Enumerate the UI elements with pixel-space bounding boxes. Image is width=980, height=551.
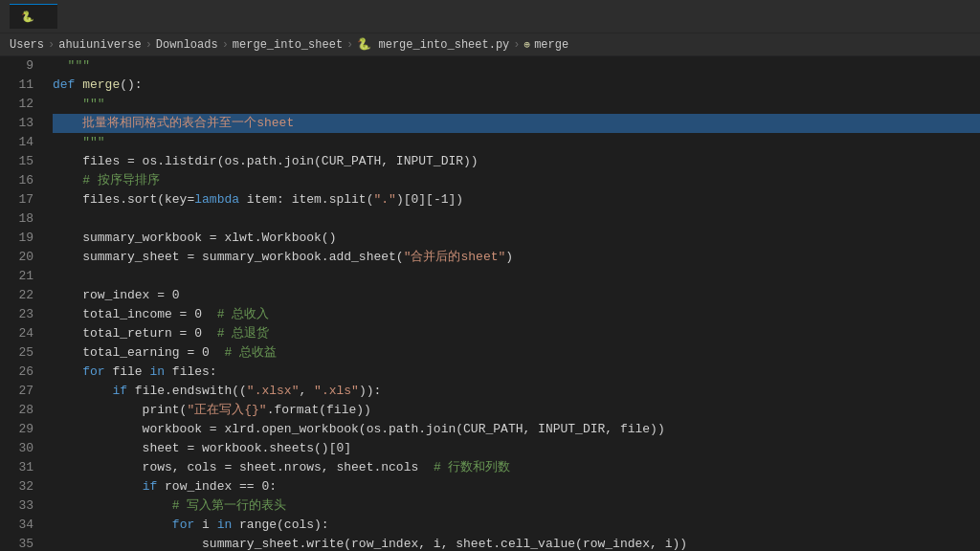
code-line: def merge(): [53,76,980,95]
line-number: 14 [0,133,33,152]
title-bar: 🐍 [0,0,980,33]
line-number: 13 [0,114,33,133]
line-number: 17 [0,190,33,209]
line-number: 29 [0,420,33,439]
code-line: summary_sheet.write(row_index, i, sheet.… [53,535,980,551]
code-line: print("正在写入{}".format(file)) [53,401,980,420]
code-line [53,209,980,229]
code-line: workbook = xlrd.open_workbook(os.path.jo… [53,420,980,439]
code-line: """ [53,56,980,76]
line-number: 28 [0,401,33,420]
function-icon: ⊕ [524,38,531,51]
line-number: 26 [0,363,33,382]
code-line: row_index = 0 [53,286,980,305]
line-number: 12 [0,95,33,114]
code-line: if file.endswith((".xlsx", ".xls")): [53,382,980,401]
code-line: # 写入第一行的表头 [53,496,980,516]
line-number: 25 [0,343,33,363]
line-number: 32 [0,477,33,496]
code-line: total_return = 0 # 总退货 [53,324,980,343]
line-number: 15 [0,152,33,171]
line-number: 21 [0,267,33,286]
line-number: 33 [0,496,33,516]
code-line: """ [53,95,980,114]
editor-area: 9111213141516171819202122232425262728293… [0,56,980,551]
code-line: rows, cols = sheet.nrows, sheet.ncols # … [53,458,980,477]
code-line: for file in files: [53,363,980,382]
line-number: 19 [0,229,33,248]
python-icon: 🐍 [21,11,34,23]
line-number: 35 [0,535,33,551]
code-line: total_earning = 0 # 总收益 [53,343,980,363]
file-tab[interactable]: 🐍 [10,4,57,29]
line-number: 23 [0,305,33,324]
code-line: summary_workbook = xlwt.Workbook() [53,229,980,248]
line-number: 11 [0,76,33,95]
code-line: summary_sheet = summary_workbook.add_she… [53,248,980,267]
code-line: files = os.listdir(os.path.join(CUR_PATH… [53,152,980,171]
code-line [53,267,980,286]
code-line: sheet = workbook.sheets()[0] [53,439,980,458]
line-number: 31 [0,458,33,477]
line-number: 34 [0,516,33,535]
line-number: 27 [0,382,33,401]
line-numbers: 9111213141516171819202122232425262728293… [0,56,43,551]
line-number: 24 [0,324,33,343]
code-line: for i in range(cols): [53,516,980,535]
line-number: 30 [0,439,33,458]
code-line: files.sort(key=lambda item: item.split("… [53,190,980,209]
code-line: # 按序导排序 [53,171,980,190]
breadcrumb: Users › ahuiuniverse › Downloads › merge… [0,33,980,56]
code-content[interactable]: """def merge(): """ 批量将相同格式的表合并至一个sheet … [43,56,980,551]
line-number: 18 [0,209,33,229]
line-number: 22 [0,286,33,305]
code-line: if row_index == 0: [53,477,980,496]
code-line: """ [53,133,980,152]
line-number: 16 [0,171,33,190]
code-line: total_income = 0 # 总收入 [53,305,980,324]
line-number: 9 [0,56,33,76]
line-number: 20 [0,248,33,267]
code-line: 批量将相同格式的表合并至一个sheet [53,114,980,133]
